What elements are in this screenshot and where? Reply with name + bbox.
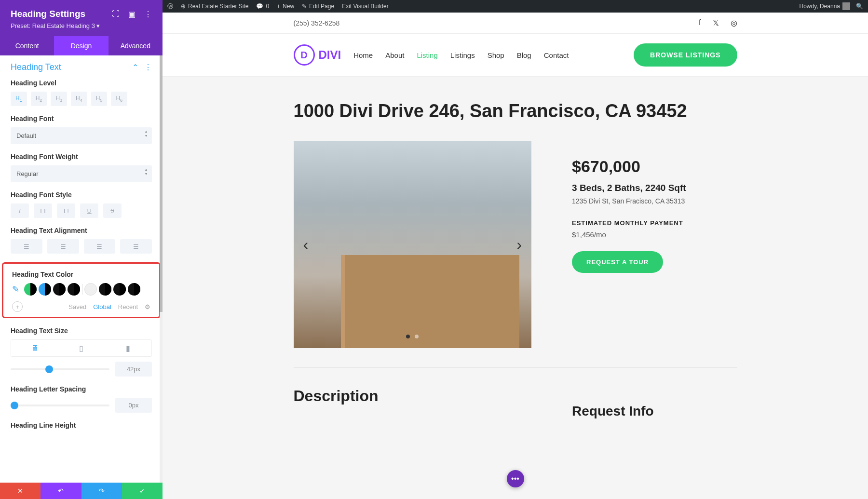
save-button[interactable]: ✓ bbox=[122, 483, 163, 499]
nav-home[interactable]: Home bbox=[353, 51, 373, 59]
undo-button[interactable]: ↶ bbox=[41, 483, 81, 499]
heading-weight-label: Heading Font Weight bbox=[11, 153, 152, 161]
nav-about[interactable]: About bbox=[385, 51, 404, 59]
preset-selector[interactable]: Preset: Real Estate Heading 3 ▾ bbox=[11, 22, 152, 29]
strikethrough-button[interactable]: S bbox=[103, 203, 122, 218]
smallcaps-button[interactable]: TT bbox=[57, 203, 75, 218]
color-tab-global[interactable]: Global bbox=[93, 303, 111, 310]
swatch-black-5[interactable] bbox=[128, 283, 140, 296]
facebook-icon[interactable]: f bbox=[699, 18, 701, 27]
tab-content[interactable]: Content bbox=[0, 36, 54, 55]
gallery-prev-icon[interactable]: ‹ bbox=[303, 236, 309, 254]
heading-font-label: Heading Font bbox=[11, 115, 152, 122]
wp-search-icon[interactable]: 🔍 bbox=[856, 3, 863, 10]
align-left-button[interactable]: ☰ bbox=[11, 239, 42, 254]
gallery-dot-1[interactable] bbox=[406, 335, 410, 338]
eyedropper-icon[interactable]: ✎ bbox=[12, 284, 19, 295]
listing-meta: 3 Beds, 2 Baths, 2240 Sqft bbox=[572, 183, 720, 193]
site-topbar: (255) 352-6258 f 𝕏 ◎ bbox=[163, 13, 868, 34]
site-logo[interactable]: D DIVI bbox=[294, 44, 341, 66]
layout-icon[interactable]: ▣ bbox=[128, 10, 136, 19]
h4-button[interactable]: H4 bbox=[71, 92, 87, 106]
spacing-slider[interactable] bbox=[11, 405, 109, 406]
device-tablet[interactable]: ▯ bbox=[58, 340, 105, 356]
builder-fab-button[interactable]: ••• bbox=[507, 470, 524, 487]
sidebar-body: Heading Text ⌃ ⋮ Heading Level H1 H2 H3 … bbox=[0, 55, 163, 483]
color-swatches bbox=[24, 283, 140, 296]
size-input[interactable] bbox=[115, 362, 152, 377]
h2-button[interactable]: H2 bbox=[31, 92, 47, 106]
listing-address: 1235 Divi St, San Fracisco, CA 35313 bbox=[572, 197, 720, 205]
italic-button[interactable]: I bbox=[11, 203, 29, 218]
section-title[interactable]: Heading Text bbox=[11, 62, 61, 72]
device-desktop[interactable]: 🖥 bbox=[11, 340, 58, 356]
swatch-black-3[interactable] bbox=[99, 283, 111, 296]
description-heading: Description bbox=[294, 387, 532, 405]
sidebar-title: Heading Settings bbox=[11, 9, 85, 19]
nav-blog[interactable]: Blog bbox=[517, 51, 531, 59]
h6-button[interactable]: H6 bbox=[111, 92, 127, 106]
instagram-icon[interactable]: ◎ bbox=[731, 18, 737, 27]
more-icon[interactable]: ⋮ bbox=[144, 10, 152, 19]
uppercase-button[interactable]: TT bbox=[34, 203, 52, 218]
device-phone[interactable]: ▮ bbox=[105, 340, 151, 356]
swatch-white[interactable] bbox=[84, 283, 97, 296]
swatch-separator bbox=[82, 284, 82, 295]
heading-spacing-label: Heading Letter Spacing bbox=[11, 385, 152, 393]
gallery-next-icon[interactable]: › bbox=[516, 236, 522, 254]
gallery-dots bbox=[406, 335, 419, 338]
swatch-black-1[interactable] bbox=[53, 283, 66, 296]
swatch-black-2[interactable] bbox=[68, 283, 80, 296]
redo-button[interactable]: ↷ bbox=[81, 483, 122, 499]
logo-icon: D bbox=[294, 44, 315, 66]
swatch-green[interactable] bbox=[24, 283, 37, 296]
weight-select[interactable]: Regular bbox=[11, 165, 152, 182]
h5-button[interactable]: H5 bbox=[91, 92, 108, 106]
align-justify-button[interactable]: ☰ bbox=[120, 239, 152, 254]
browse-listings-button[interactable]: BROWSE LISTINGS bbox=[634, 43, 737, 67]
wp-site-name[interactable]: ⊕ Real Estate Starter Site bbox=[181, 3, 248, 10]
wp-new[interactable]: + New bbox=[277, 3, 294, 10]
x-icon[interactable]: 𝕏 bbox=[713, 18, 719, 27]
nav-shop[interactable]: Shop bbox=[488, 51, 504, 59]
request-tour-button[interactable]: REQUEST A TOUR bbox=[572, 251, 663, 273]
request-info-panel: Request Info bbox=[556, 387, 737, 435]
spacing-input[interactable] bbox=[115, 398, 152, 413]
nav-listings[interactable]: Listings bbox=[450, 51, 475, 59]
collapse-icon[interactable]: ⌃ bbox=[132, 63, 138, 72]
add-swatch-button[interactable]: + bbox=[12, 301, 23, 312]
wp-admin-bar: ⓦ ⊕ Real Estate Starter Site 💬 0 + New ✎… bbox=[163, 0, 868, 13]
swatch-blue[interactable] bbox=[39, 283, 51, 296]
cancel-button[interactable]: ✕ bbox=[0, 483, 41, 499]
color-settings-icon[interactable]: ⚙ bbox=[145, 303, 150, 310]
h3-button[interactable]: H3 bbox=[51, 92, 67, 106]
align-right-button[interactable]: ☰ bbox=[84, 239, 116, 254]
wp-exit-builder[interactable]: Exit Visual Builder bbox=[342, 3, 389, 10]
expand-icon[interactable]: ⛶ bbox=[112, 10, 120, 19]
heading-size-label: Heading Text Size bbox=[11, 327, 152, 335]
nav-listing[interactable]: Listing bbox=[417, 51, 437, 59]
site-nav: D DIVI Home About Listing Listings Shop … bbox=[163, 34, 868, 77]
align-center-button[interactable]: ☰ bbox=[47, 239, 79, 254]
wp-logo-icon[interactable]: ⓦ bbox=[167, 2, 173, 11]
size-slider[interactable] bbox=[11, 368, 109, 370]
listing-info-panel: $670,000 3 Beds, 2 Baths, 2240 Sqft 1235… bbox=[556, 141, 737, 348]
wp-comments[interactable]: 💬 0 bbox=[256, 3, 269, 10]
section-more-icon[interactable]: ⋮ bbox=[144, 63, 152, 72]
gallery-dot-2[interactable] bbox=[415, 335, 419, 338]
tab-design[interactable]: Design bbox=[54, 36, 108, 55]
sidebar-scrollbar[interactable] bbox=[160, 55, 163, 483]
color-tab-saved[interactable]: Saved bbox=[68, 303, 86, 310]
h1-button[interactable]: H1 bbox=[11, 92, 27, 106]
tab-advanced[interactable]: Advanced bbox=[108, 36, 163, 55]
heading-color-section: Heading Text Color ✎ + Saved G bbox=[2, 262, 161, 318]
wp-edit-page[interactable]: ✎ Edit Page bbox=[302, 3, 334, 10]
sidebar-footer: ✕ ↶ ↷ ✓ bbox=[0, 483, 163, 499]
font-select[interactable]: Default bbox=[11, 127, 152, 144]
underline-button[interactable]: U bbox=[80, 203, 98, 218]
content-divider bbox=[294, 367, 737, 368]
wp-howdy[interactable]: Howdy, Deanna bbox=[800, 2, 851, 10]
nav-contact[interactable]: Contact bbox=[544, 51, 569, 59]
color-tab-recent[interactable]: Recent bbox=[118, 303, 138, 310]
swatch-black-4[interactable] bbox=[113, 283, 126, 296]
